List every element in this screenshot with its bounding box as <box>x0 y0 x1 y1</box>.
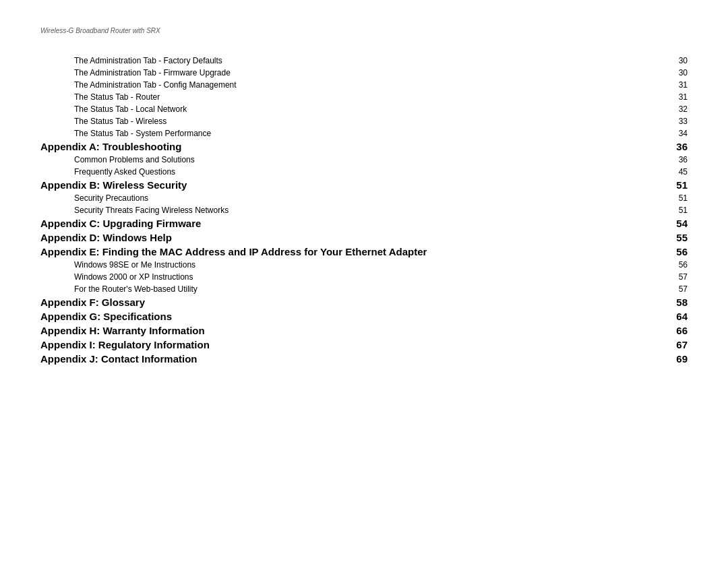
toc-entry-label: Appendix H: Warranty Information <box>40 323 656 338</box>
toc-entry-page: 30 <box>656 55 688 67</box>
toc-row: Appendix G: Specifications64 <box>40 309 688 323</box>
toc-row: Appendix B: Wireless Security51 <box>40 178 688 192</box>
toc-entry-label: The Status Tab - Router <box>40 91 656 103</box>
page-header: Wireless-G Broadband Router with SRX <box>40 27 688 34</box>
toc-entry-label: The Administration Tab - Config Manageme… <box>40 79 656 91</box>
toc-row: The Status Tab - Router31 <box>40 91 688 103</box>
toc-row: Security Precautions51 <box>40 192 688 204</box>
toc-row: Windows 98SE or Me Instructions56 <box>40 259 688 271</box>
toc-entry-page: 30 <box>656 67 688 79</box>
toc-entry-label: Common Problems and Solutions <box>40 154 656 166</box>
toc-row: The Status Tab - System Performance34 <box>40 127 688 139</box>
toc-entry-label: The Administration Tab - Factory Default… <box>40 55 656 67</box>
toc-row: For the Router's Web-based Utility57 <box>40 283 688 295</box>
toc-row: Appendix A: Troubleshooting36 <box>40 139 688 154</box>
toc-entry-page: 51 <box>656 204 688 216</box>
toc-row: The Administration Tab - Firmware Upgrad… <box>40 67 688 79</box>
toc-row: Appendix D: Windows Help55 <box>40 230 688 245</box>
toc-entry-page: 56 <box>656 245 688 259</box>
toc-entry-label: Security Precautions <box>40 192 656 204</box>
toc-table: The Administration Tab - Factory Default… <box>40 55 688 366</box>
toc-entry-page: 34 <box>656 127 688 139</box>
toc-entry-page: 33 <box>656 115 688 127</box>
toc-row: The Administration Tab - Config Manageme… <box>40 79 688 91</box>
toc-entry-page: 55 <box>656 230 688 245</box>
toc-row: Common Problems and Solutions36 <box>40 154 688 166</box>
toc-entry-label: Appendix I: Regulatory Information <box>40 338 656 352</box>
toc-entry-page: 45 <box>656 166 688 178</box>
toc-entry-label: Windows 98SE or Me Instructions <box>40 259 656 271</box>
toc-entry-page: 36 <box>656 139 688 154</box>
toc-entry-label: Frequently Asked Questions <box>40 166 656 178</box>
toc-entry-page: 58 <box>656 295 688 309</box>
toc-entry-page: 57 <box>656 283 688 295</box>
toc-entry-label: The Administration Tab - Firmware Upgrad… <box>40 67 656 79</box>
toc-entry-label: Appendix D: Windows Help <box>40 230 656 245</box>
toc-entry-label: The Status Tab - Wireless <box>40 115 656 127</box>
toc-row: Appendix E: Finding the MAC Address and … <box>40 245 688 259</box>
toc-row: Appendix J: Contact Information69 <box>40 352 688 366</box>
toc-entry-page: 31 <box>656 91 688 103</box>
toc-entry-label: The Status Tab - System Performance <box>40 127 656 139</box>
toc-entry-label: For the Router's Web-based Utility <box>40 283 656 295</box>
toc-entry-page: 64 <box>656 309 688 323</box>
toc-entry-label: Security Threats Facing Wireless Network… <box>40 204 656 216</box>
toc-entry-page: 54 <box>656 216 688 230</box>
toc-entry-label: Appendix G: Specifications <box>40 309 656 323</box>
toc-entry-label: Appendix B: Wireless Security <box>40 178 656 192</box>
toc-row: Appendix H: Warranty Information66 <box>40 323 688 338</box>
toc-entry-page: 36 <box>656 154 688 166</box>
toc-row: Frequently Asked Questions45 <box>40 166 688 178</box>
toc-row: The Status Tab - Wireless33 <box>40 115 688 127</box>
toc-row: Security Threats Facing Wireless Network… <box>40 204 688 216</box>
toc-entry-page: 66 <box>656 323 688 338</box>
toc-entry-page: 32 <box>656 103 688 115</box>
toc-entry-label: Appendix F: Glossary <box>40 295 656 309</box>
toc-entry-label: Appendix E: Finding the MAC Address and … <box>40 245 656 259</box>
toc-entry-page: 69 <box>656 352 688 366</box>
toc-row: Appendix I: Regulatory Information67 <box>40 338 688 352</box>
toc-row: The Status Tab - Local Network32 <box>40 103 688 115</box>
toc-entry-label: Appendix J: Contact Information <box>40 352 656 366</box>
toc-entry-label: The Status Tab - Local Network <box>40 103 656 115</box>
toc-entry-page: 51 <box>656 178 688 192</box>
toc-entry-label: Appendix A: Troubleshooting <box>40 139 656 154</box>
toc-row: The Administration Tab - Factory Default… <box>40 55 688 67</box>
toc-entry-page: 57 <box>656 271 688 283</box>
toc-entry-label: Appendix C: Upgrading Firmware <box>40 216 656 230</box>
toc-row: Appendix C: Upgrading Firmware54 <box>40 216 688 230</box>
toc-entry-page: 67 <box>656 338 688 352</box>
toc-row: Appendix F: Glossary58 <box>40 295 688 309</box>
toc-entry-page: 31 <box>656 79 688 91</box>
toc-row: Windows 2000 or XP Instructions57 <box>40 271 688 283</box>
toc-entry-page: 51 <box>656 192 688 204</box>
toc-entry-page: 56 <box>656 259 688 271</box>
toc-entry-label: Windows 2000 or XP Instructions <box>40 271 656 283</box>
